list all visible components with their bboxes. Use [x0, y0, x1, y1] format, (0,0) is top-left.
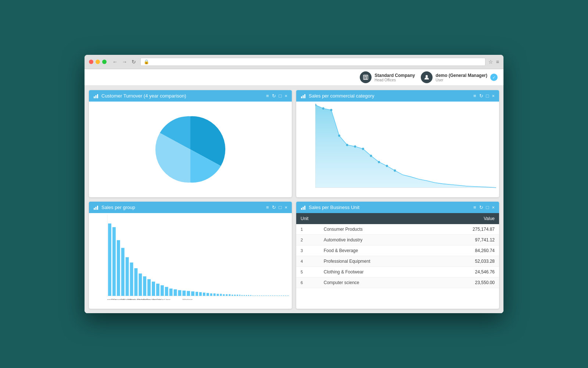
svg-rect-74	[161, 285, 164, 296]
sales-commercial-label: Sales per commercial category	[309, 93, 374, 99]
sales-business-label: Sales per Business Unit	[309, 205, 359, 210]
company-text: Standard Company Head Offices	[374, 73, 415, 82]
row-number: 4	[296, 256, 319, 267]
svg-point-26	[346, 144, 348, 146]
svg-rect-110	[270, 296, 271, 296]
svg-rect-109	[268, 296, 269, 296]
back-button[interactable]: ←	[111, 58, 119, 66]
browser-actions: ☆ ≡	[488, 59, 499, 65]
svg-rect-96	[239, 295, 240, 296]
svg-rect-107	[263, 296, 265, 296]
sales-commercial-header: Sales per commercial category ≡ ↻ □ ×	[296, 90, 499, 102]
expand-widget-icon2[interactable]: □	[486, 93, 489, 99]
user-text: demo (General Manager) User	[435, 73, 487, 82]
svg-rect-118	[287, 296, 288, 296]
svg-rect-73	[156, 284, 159, 296]
svg-rect-84	[203, 293, 205, 296]
expand-widget-icon4[interactable]: □	[486, 205, 489, 210]
svg-rect-101	[250, 295, 251, 296]
svg-rect-7	[97, 94, 98, 98]
svg-rect-99	[246, 295, 247, 296]
svg-rect-3	[364, 76, 367, 77]
unit-column-header: Unit	[296, 213, 435, 224]
sales-business-body[interactable]: Unit Value 1 Consumer Products 275,174.8…	[296, 213, 499, 309]
svg-rect-102	[252, 296, 254, 296]
menu-widget-icon4[interactable]: ≡	[473, 205, 476, 210]
svg-rect-47	[97, 206, 98, 210]
refresh-widget-icon[interactable]: ↻	[272, 93, 276, 99]
refresh-button[interactable]: ↻	[130, 58, 137, 66]
forward-button[interactable]: →	[121, 58, 129, 66]
close-widget-icon3[interactable]: ×	[284, 205, 287, 210]
svg-rect-98	[244, 295, 245, 296]
svg-rect-105	[259, 296, 260, 296]
svg-rect-108	[266, 296, 267, 296]
refresh-widget-icon2[interactable]: ↻	[479, 93, 483, 99]
sales-commercial-controls: ≡ ↻ □ ×	[473, 93, 495, 99]
svg-rect-0	[363, 75, 368, 79]
user-role: User	[435, 78, 487, 82]
nav-buttons: ← → ↻	[111, 58, 137, 66]
sales-group-widget: Sales per group ≡ ↻ □ × 220000 200000 18…	[89, 202, 292, 309]
area-chart-svg: 250000 225000 200000 175000 150000 12500…	[315, 103, 496, 188]
close-widget-icon2[interactable]: ×	[492, 93, 495, 99]
svg-rect-113	[276, 296, 277, 296]
customer-turnover-header: Customer Turnover (4 year comparison) ≡ …	[89, 90, 292, 102]
svg-rect-89	[220, 294, 222, 296]
refresh-widget-icon3[interactable]: ↻	[272, 205, 276, 210]
refresh-widget-icon4[interactable]: ↻	[479, 205, 483, 210]
svg-rect-9	[303, 95, 304, 98]
address-bar[interactable]: 🔒	[140, 58, 485, 66]
sales-group-body: 220000 200000 180000 160000 140000 12000…	[89, 213, 292, 309]
unit-cell: Professional Equipment	[319, 256, 435, 267]
table-row: 2 Automotive industry 97,741.12	[296, 235, 499, 245]
svg-rect-100	[248, 295, 249, 296]
star-icon[interactable]: ☆	[488, 59, 493, 65]
customer-turnover-label: Customer Turnover (4 year comparison)	[101, 93, 186, 99]
close-button[interactable]	[89, 60, 93, 64]
value-cell: 23,550.00	[435, 277, 499, 288]
svg-rect-94	[234, 295, 236, 296]
maximize-button[interactable]	[102, 60, 107, 64]
svg-rect-88	[217, 294, 219, 296]
company-icon	[360, 71, 372, 83]
svg-rect-132	[301, 208, 302, 210]
minimize-button[interactable]	[96, 60, 100, 64]
svg-rect-82	[196, 292, 198, 296]
business-unit-table: Unit Value 1 Consumer Products 275,174.8…	[296, 213, 499, 288]
sales-business-widget: Sales per Business Unit ≡ ↻ □ × Unit	[296, 202, 499, 309]
svg-rect-112	[274, 296, 275, 296]
svg-rect-106	[261, 296, 262, 296]
svg-rect-71	[147, 279, 151, 296]
close-widget-icon[interactable]: ×	[284, 93, 287, 99]
svg-text:Windows: Windows	[182, 298, 193, 300]
sales-group-label: Sales per group	[101, 205, 135, 210]
svg-rect-116	[283, 296, 284, 296]
menu-icon[interactable]: ≡	[496, 59, 499, 65]
svg-rect-93	[232, 295, 233, 296]
svg-rect-90	[223, 294, 225, 296]
sales-business-header: Sales per Business Unit ≡ ↻ □ ×	[296, 202, 499, 213]
chart-icon2	[301, 93, 306, 99]
svg-rect-8	[301, 96, 302, 98]
expand-widget-icon3[interactable]: □	[279, 205, 282, 210]
value-cell: 24,546.76	[435, 267, 499, 277]
menu-widget-icon2[interactable]: ≡	[473, 93, 476, 99]
menu-widget-icon[interactable]: ≡	[266, 93, 269, 99]
svg-point-31	[386, 165, 388, 167]
sales-group-header: Sales per group ≡ ↻ □ ×	[89, 202, 292, 213]
svg-rect-97	[241, 295, 243, 296]
expand-widget-icon[interactable]: □	[279, 93, 282, 99]
table-row: 6 Computer science 23,550.00	[296, 277, 499, 288]
close-widget-icon4[interactable]: ×	[492, 205, 495, 210]
svg-text:Contact lens: Contact lens	[157, 298, 171, 300]
svg-rect-87	[214, 293, 216, 296]
table-header-row: Unit Value	[296, 213, 499, 224]
dashboard: Customer Turnover (4 year comparison) ≡ …	[85, 86, 503, 313]
menu-widget-icon3[interactable]: ≡	[266, 205, 269, 210]
svg-rect-5	[94, 96, 95, 98]
svg-point-28	[362, 148, 364, 150]
sales-commercial-widget: Sales per commercial category ≡ ↻ □ × 25…	[296, 90, 499, 197]
table-row: 5 Clothing & Footwear 24,546.76	[296, 267, 499, 277]
sales-commercial-body: 250000 225000 200000 175000 150000 12500…	[296, 102, 499, 197]
